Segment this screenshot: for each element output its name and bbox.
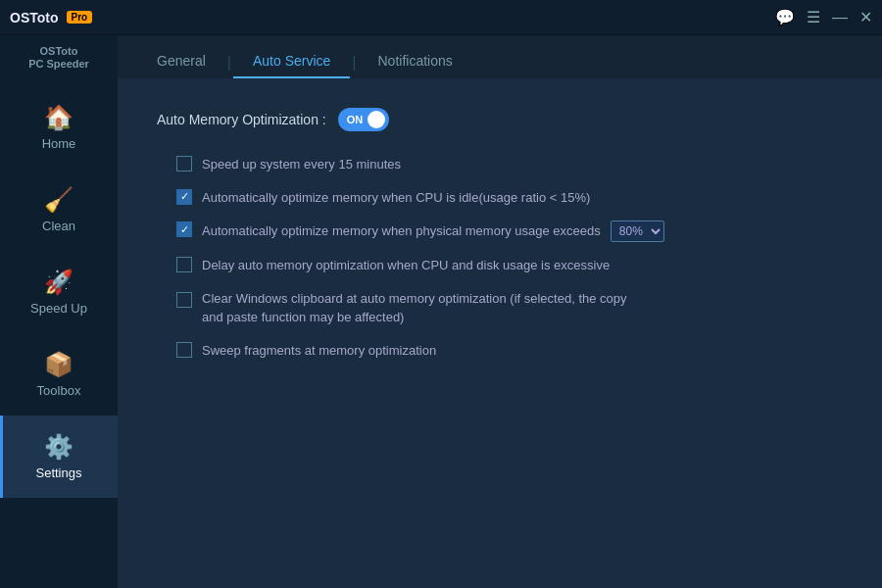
toggle-label: Auto Memory Optimization : (157, 112, 326, 127)
main-header: General | Auto Service | Notifications (118, 35, 882, 78)
sidebar-label-settings: Settings (36, 466, 82, 480)
sidebar-item-clean[interactable]: 🧹 Clean (0, 169, 118, 251)
close-icon[interactable]: ✕ (859, 8, 872, 26)
list-item: Sweep fragments at memory optimization (176, 341, 843, 361)
list-icon[interactable]: ☰ (807, 8, 820, 26)
sidebar-label-speedup: Speed Up (30, 301, 87, 316)
sidebar-label-clean: Clean (42, 219, 75, 233)
app-title: OSToto (10, 10, 59, 25)
minimize-icon[interactable]: — (832, 9, 848, 26)
toggle-switch[interactable]: ON (338, 108, 389, 131)
checkbox-delay[interactable] (176, 257, 192, 272)
list-item: Automatically optimize memory when physi… (176, 220, 843, 242)
sidebar-item-toolbox[interactable]: 📦 Toolbox (0, 333, 118, 416)
percent-dropdown[interactable]: 60% 70% 80% 90% (611, 220, 664, 242)
sidebar: OSToto PC Speeder 🏠 Home 🧹 Clean 🚀 Speed… (0, 35, 118, 588)
option-text-cpu-idle: Automatically optimize memory when CPU i… (202, 188, 590, 208)
list-item: Clear Windows clipboard at auto memory o… (176, 289, 843, 327)
option-text-delay: Delay auto memory optimization when CPU … (202, 256, 610, 275)
option-row-memory: Automatically optimize memory when physi… (202, 220, 664, 242)
speedup-icon: 🚀 (44, 269, 74, 296)
sidebar-brand: OSToto PC Speeder (28, 45, 89, 71)
app-name-label: OSToto (28, 45, 89, 58)
tab-divider-1: | (225, 47, 233, 78)
titlebar-left: OSToto Pro (10, 10, 92, 25)
option-text-sweep: Sweep fragments at memory optimization (202, 341, 436, 361)
toggle-row: Auto Memory Optimization : ON (157, 108, 843, 131)
titlebar: OSToto Pro 💬 ☰ — ✕ (0, 0, 882, 35)
titlebar-controls: 💬 ☰ — ✕ (775, 8, 872, 26)
toolbox-icon: 📦 (44, 351, 74, 378)
main-content: General | Auto Service | Notifications A… (118, 35, 882, 588)
toggle-state-text: ON (347, 114, 364, 125)
app-container: OSToto PC Speeder 🏠 Home 🧹 Clean 🚀 Speed… (0, 35, 882, 588)
tab-notifications[interactable]: Notifications (359, 45, 472, 78)
option-text-speedup: Speed up system every 15 minutes (202, 155, 401, 174)
sidebar-item-speedup[interactable]: 🚀 Speed Up (0, 251, 118, 333)
chat-icon[interactable]: 💬 (775, 8, 795, 26)
option-text-clipboard: Clear Windows clipboard at auto memory o… (202, 289, 627, 327)
pro-badge: Pro (67, 11, 93, 24)
checkbox-memory-exceeds[interactable] (176, 221, 192, 237)
list-item: Speed up system every 15 minutes (176, 155, 843, 174)
sidebar-item-home[interactable]: 🏠 Home (0, 86, 118, 169)
active-indicator (0, 416, 3, 498)
list-item: Delay auto memory optimization when CPU … (176, 256, 843, 275)
checkbox-cpu-idle[interactable] (176, 189, 192, 205)
tab-autoservice[interactable]: Auto Service (233, 45, 350, 78)
sidebar-label-toolbox: Toolbox (37, 383, 81, 398)
option-text-memory-exceeds: Automatically optimize memory when physi… (202, 221, 601, 241)
settings-icon: ⚙️ (44, 433, 74, 461)
checkbox-sweep[interactable] (176, 342, 192, 358)
list-item: Automatically optimize memory when CPU i… (176, 188, 843, 208)
clean-icon: 🧹 (44, 186, 74, 214)
tabs: General | Auto Service | Notifications (137, 45, 862, 78)
content-area: Auto Memory Optimization : ON Speed up s… (118, 78, 882, 588)
sidebar-label-home: Home (42, 136, 76, 151)
app-subtitle-label: PC Speeder (28, 58, 89, 71)
checkbox-clipboard[interactable] (176, 292, 192, 308)
options-list: Speed up system every 15 minutes Automat… (157, 155, 843, 360)
sidebar-item-settings[interactable]: ⚙️ Settings (0, 416, 118, 498)
tab-divider-2: | (350, 47, 358, 78)
checkbox-speedup[interactable] (176, 156, 192, 172)
tab-general[interactable]: General (137, 45, 225, 78)
toggle-knob (368, 111, 385, 128)
home-icon: 🏠 (44, 104, 74, 131)
